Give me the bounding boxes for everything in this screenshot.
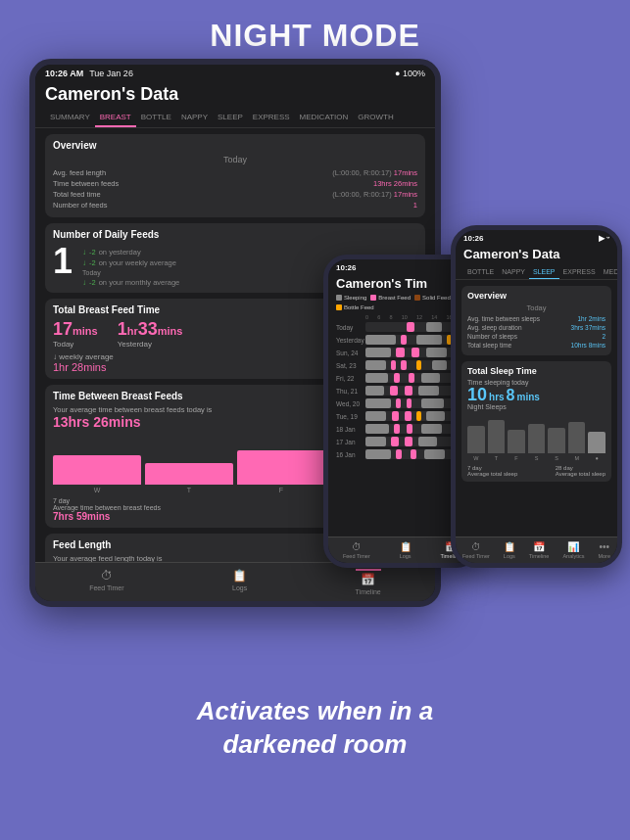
timeline-row-sun24: Sun, 24: [336, 348, 467, 357]
toolbar-right-timeline-icon: 📅: [533, 541, 545, 552]
timeline-row-thu21: Thu, 21: [336, 386, 467, 396]
iphone-right-screen: 10:26 ▶ ᵕ Cameron's Data BOTTLE NAPPY SL…: [456, 230, 617, 563]
yesterday-time: 1hr33mins Yesterday: [118, 319, 183, 349]
right-28day: 28 day Average total sleep: [556, 465, 606, 477]
feeds-period: Today: [82, 269, 179, 276]
legend-breast: Breast Feed: [370, 295, 411, 301]
overview-row-1: Avg. feed length (L:00:00, R:00:17) 17mi…: [53, 168, 417, 177]
phone-tab-bottle[interactable]: BOTTLE: [463, 265, 498, 279]
right-overview-card: Overview Today Avg. time between sleeps …: [461, 286, 611, 355]
timeline-icon: 📅: [361, 573, 375, 586]
toolbar-left-feed-timer-icon: ⏱: [352, 541, 362, 552]
timeline-row-16jan: 16 Jan: [336, 449, 467, 459]
right-sleep-hrs: 10: [467, 386, 487, 403]
toolbar-left-logs-icon: 📋: [400, 541, 412, 552]
header-title: NIGHT MODE: [0, 0, 630, 54]
daily-feeds-title: Number of Daily Feeds: [53, 229, 417, 240]
tab-sleep[interactable]: SLEEP: [213, 109, 248, 127]
legend-solid: Solid Feed: [414, 295, 451, 301]
toolbar-logs[interactable]: 📋 Logs: [232, 569, 247, 595]
weekly-avg: ↓ weekly average 1hr 28mins: [53, 352, 114, 373]
seven-day: 7 day Average time between breast feeds …: [53, 497, 161, 522]
footer-text: Activates when in a darkened room: [0, 685, 630, 771]
iphone-right-toolbar[interactable]: ⏱ Feed Timer 📋 Logs 📅 Timeline 📊 Analyti…: [456, 537, 617, 563]
right-sleep-title: Total Sleep Time: [467, 366, 606, 376]
right-chart-labels: W T F S S M ●: [467, 455, 606, 461]
phone-tab-nappy[interactable]: NAPPY: [498, 265, 529, 279]
overview-card: Overview Today Avg. feed length (L:00:00…: [45, 134, 425, 217]
toolbar-right-timeline[interactable]: 📅 Timeline: [529, 541, 550, 559]
right-overview-period: Today: [467, 303, 606, 312]
right-sleep-card: Total Sleep Time Time sleeping today 10 …: [461, 361, 611, 482]
timeline-row-yesterday: Yesterday: [336, 335, 467, 345]
ipad-app-title: Cameron's Data: [45, 84, 425, 105]
timeline-row-17jan: 17 Jan: [336, 437, 467, 446]
comparison-monthly: ↓ -2 on your monthly average: [82, 278, 179, 287]
tab-nappy[interactable]: NAPPY: [176, 109, 213, 127]
phone-tab-sleep[interactable]: SLEEP: [529, 265, 559, 279]
iphone-right-nav[interactable]: BOTTLE NAPPY SLEEP EXPRESS MED: [456, 265, 617, 280]
tab-express[interactable]: EXPRESS: [248, 109, 295, 127]
toolbar-left-feed-timer[interactable]: ⏱ Feed Timer: [343, 541, 370, 559]
timeline-row-18jan: 18 Jan: [336, 424, 467, 434]
right-sleep-desc: Time sleeping today: [467, 379, 606, 386]
feeds-count: 1: [53, 244, 73, 279]
devices-container: 10:26 AM Tue Jan 26 ● 100% Cameron's Dat…: [0, 59, 630, 685]
ipad-nav[interactable]: SUMMARY BREAST BOTTLE NAPPY SLEEP EXPRES…: [35, 109, 435, 128]
timeline-row-wed20: Wed, 20: [336, 398, 467, 408]
toolbar-right-feed-timer-icon: ⏱: [471, 541, 481, 552]
legend-sleeping: Sleeping: [336, 295, 366, 301]
timeline-row-fri22: Fri, 22: [336, 373, 467, 383]
right-row-4: Total sleep time 10hrs 8mins: [467, 342, 606, 349]
comparison-yesterday: ↓ -2 on yesterday: [82, 248, 179, 257]
right-row-1: Avg. time between sleeps 1hr 2mins: [467, 315, 606, 322]
right-sleep-mins: 8: [507, 388, 515, 403]
toolbar-right-more[interactable]: ••• More: [598, 541, 610, 559]
legend-bottle: Bottle Feed: [336, 304, 374, 310]
phone-tab-med[interactable]: MED: [600, 265, 617, 279]
toolbar-timeline[interactable]: 📅 Timeline: [356, 569, 381, 595]
tab-medication[interactable]: MEDICATION: [295, 109, 354, 127]
toolbar-right-logs-icon: 📋: [504, 541, 515, 552]
tab-bottle[interactable]: BOTTLE: [136, 109, 176, 127]
right-overview-title: Overview: [467, 291, 606, 301]
overview-title: Overview: [53, 140, 417, 151]
timeline-row-sat23: Sat, 23: [336, 360, 467, 370]
overview-period: Today: [53, 155, 417, 164]
right-row-3: Number of sleeps 2: [467, 333, 606, 340]
ipad-statusbar: 10:26 AM Tue Jan 26 ● 100%: [35, 65, 435, 82]
iphone-right-title: Cameron's Data: [456, 247, 617, 265]
logs-icon: 📋: [232, 569, 247, 583]
toolbar-right-feed-timer[interactable]: ⏱ Feed Timer: [462, 541, 490, 559]
ipad-toolbar[interactable]: ⏱ Feed Timer 📋 Logs 📅 Timeline: [35, 562, 435, 601]
toolbar-right-more-icon: •••: [599, 541, 609, 552]
right-7day: 7 day Average total sleep: [467, 465, 517, 477]
right-night-sleeps: Night Sleeps: [467, 403, 606, 410]
right-sleep-chart: [467, 414, 606, 453]
timeline-row-today: Today: [336, 322, 467, 332]
toolbar-left-logs[interactable]: 📋 Logs: [400, 541, 412, 559]
today-time: 17mins Today: [53, 319, 98, 349]
iphone-right-statusbar: 10:26 ▶ ᵕ: [456, 230, 617, 247]
feeds-comparisons: ↓ -2 on yesterday ↓ -2 on your weekly av…: [82, 244, 179, 287]
feed-timer-icon: ⏱: [101, 569, 113, 583]
ipad-battery: ● 100%: [395, 69, 425, 78]
overview-row-2: Time between feeds 13hrs 26mins: [53, 179, 417, 188]
toolbar-right-logs[interactable]: 📋 Logs: [504, 541, 515, 559]
overview-row-4: Number of feeds 1: [53, 201, 417, 210]
ipad-title-bar: Cameron's Data: [35, 82, 435, 109]
overview-row-3: Total feed time (L:00:00, R:00:17) 17min…: [53, 190, 417, 199]
ipad-time: 10:26 AM Tue Jan 26: [45, 69, 133, 78]
tab-breast[interactable]: BREAST: [95, 109, 136, 127]
iphone-right-device: 10:26 ▶ ᵕ Cameron's Data BOTTLE NAPPY SL…: [451, 225, 622, 568]
tab-summary[interactable]: SUMMARY: [45, 109, 95, 127]
phone-tab-express[interactable]: EXPRESS: [559, 265, 600, 279]
toolbar-right-analytics-icon: 📊: [567, 541, 579, 552]
toolbar-feed-timer[interactable]: ⏱ Feed Timer: [89, 569, 123, 595]
timeline-row-tue19: Tue, 19: [336, 411, 467, 421]
toolbar-right-analytics[interactable]: 📊 Analytics: [562, 541, 584, 559]
tab-growth[interactable]: GROWTH: [353, 109, 398, 127]
comparison-weekly: ↓ -2 on your weekly average: [82, 258, 179, 267]
right-row-2: Avg. sleep duration 3hrs 37mins: [467, 324, 606, 331]
